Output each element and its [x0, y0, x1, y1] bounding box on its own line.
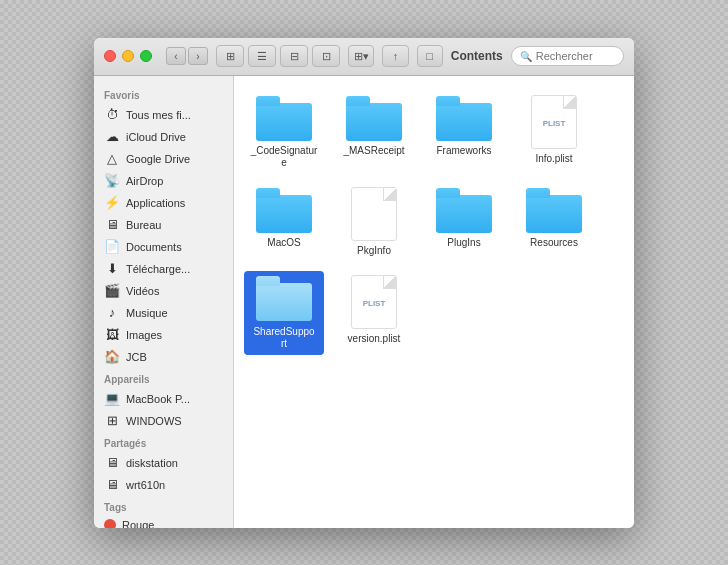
sidebar-label: AirDrop	[126, 175, 163, 187]
documents-icon: 📄	[104, 239, 120, 255]
folder-icon	[436, 95, 492, 141]
search-bar[interactable]: 🔍	[511, 46, 624, 66]
icon-view-button[interactable]: ⊞	[216, 45, 244, 67]
titlebar: ‹ › ⊞ ☰ ⊟ ⊡ ⊞▾ ↑ □ Contents 🔍	[94, 38, 634, 76]
file-label: Resources	[530, 237, 578, 249]
doc-type-label: PLIST	[543, 119, 566, 128]
file-item-pkginfo[interactable]: PkgInfo	[334, 183, 414, 261]
file-area: _CodeSignature _MASReceipt Frameworks	[234, 76, 634, 528]
file-label: Info.plist	[535, 153, 572, 165]
sidebar-label: diskstation	[126, 457, 178, 469]
download-icon: ⬇	[104, 261, 120, 277]
file-item-codesignature[interactable]: _CodeSignature	[244, 91, 324, 173]
file-grid: _CodeSignature _MASReceipt Frameworks	[244, 91, 624, 355]
airdrop-icon: 📡	[104, 173, 120, 189]
file-label: PlugIns	[447, 237, 480, 249]
file-item-frameworks[interactable]: Frameworks	[424, 91, 504, 173]
gdrive-icon: △	[104, 151, 120, 167]
file-label: SharedSupport	[248, 325, 320, 351]
share-button[interactable]: □	[417, 45, 443, 67]
sidebar-item-documents[interactable]: 📄 Documents	[94, 236, 233, 258]
sidebar-item-telechargements[interactable]: ⬇ Télécharge...	[94, 258, 233, 280]
close-button[interactable]	[104, 50, 116, 62]
forward-button[interactable]: ›	[188, 47, 208, 65]
file-label: version.plist	[348, 333, 401, 345]
file-item-sharedsupport[interactable]: SharedSupport	[244, 271, 324, 355]
sidebar-label: Télécharge...	[126, 263, 190, 275]
sidebar-item-musique[interactable]: ♪ Musique	[94, 302, 233, 324]
doc-type-label: PLIST	[363, 299, 386, 308]
sidebar-item-icloud-drive[interactable]: ☁ iCloud Drive	[94, 126, 233, 148]
search-input[interactable]	[536, 50, 615, 62]
sidebar-label: Google Drive	[126, 153, 190, 165]
view-controls: ⊞ ☰ ⊟ ⊡	[216, 45, 340, 67]
folder-icon	[256, 95, 312, 141]
sidebar-item-windows[interactable]: ⊞ WINDOWS	[94, 410, 233, 432]
file-item-macos[interactable]: MacOS	[244, 183, 324, 261]
sidebar-item-applications[interactable]: ⚡ Applications	[94, 192, 233, 214]
file-label: Frameworks	[436, 145, 491, 157]
sidebar-item-tous-mes-fichiers[interactable]: ⏱ Tous mes fi...	[94, 104, 233, 126]
nav-arrows: ‹ ›	[166, 47, 208, 65]
clock-icon: ⏱	[104, 107, 120, 123]
window-title: Contents	[451, 49, 503, 63]
column-view-button[interactable]: ⊟	[280, 45, 308, 67]
traffic-lights	[104, 50, 152, 62]
router-icon: 🖥	[104, 477, 120, 493]
sidebar-item-bureau[interactable]: 🖥 Bureau	[94, 214, 233, 236]
sidebar-label: MacBook P...	[126, 393, 190, 405]
sidebar-item-images[interactable]: 🖼 Images	[94, 324, 233, 346]
video-icon: 🎬	[104, 283, 120, 299]
folder-icon	[256, 275, 312, 321]
sidebar-section-appareils: Appareils	[94, 368, 233, 388]
action-button[interactable]: ↑	[382, 45, 408, 67]
sidebar-label: Applications	[126, 197, 185, 209]
back-button[interactable]: ‹	[166, 47, 186, 65]
sidebar-item-macbook[interactable]: 💻 MacBook P...	[94, 388, 233, 410]
file-label: MacOS	[267, 237, 300, 249]
sidebar-item-wrt610n[interactable]: 🖥 wrt610n	[94, 474, 233, 496]
sidebar-item-tag-rouge[interactable]: Rouge	[94, 516, 233, 528]
laptop-icon: 💻	[104, 391, 120, 407]
list-view-button[interactable]: ☰	[248, 45, 276, 67]
file-label: _CodeSignature	[248, 145, 320, 169]
sidebar-label: Musique	[126, 307, 168, 319]
coverflow-button[interactable]: ⊡	[312, 45, 340, 67]
doc-icon: PLIST	[531, 95, 577, 149]
windows-icon: ⊞	[104, 413, 120, 429]
sidebar-label: wrt610n	[126, 479, 165, 491]
bureau-icon: 🖥	[104, 217, 120, 233]
applications-icon: ⚡	[104, 195, 120, 211]
sidebar-item-videos[interactable]: 🎬 Vidéos	[94, 280, 233, 302]
sidebar-label: Images	[126, 329, 162, 341]
search-icon: 🔍	[520, 51, 532, 62]
file-item-version-plist[interactable]: PLIST version.plist	[334, 271, 414, 355]
doc-icon: PLIST	[351, 275, 397, 329]
file-label: PkgInfo	[357, 245, 391, 257]
sidebar-item-airdrop[interactable]: 📡 AirDrop	[94, 170, 233, 192]
maximize-button[interactable]	[140, 50, 152, 62]
sidebar-label: WINDOWS	[126, 415, 182, 427]
file-item-plugins[interactable]: PlugIns	[424, 183, 504, 261]
arrange-button[interactable]: ⊞▾	[348, 45, 374, 67]
folder-icon	[256, 187, 312, 233]
sidebar: Favoris ⏱ Tous mes fi... ☁ iCloud Drive …	[94, 76, 234, 528]
minimize-button[interactable]	[122, 50, 134, 62]
tag-dot-rouge	[104, 519, 116, 528]
sidebar-item-jcb[interactable]: 🏠 JCB	[94, 346, 233, 368]
sidebar-item-google-drive[interactable]: △ Google Drive	[94, 148, 233, 170]
music-icon: ♪	[104, 305, 120, 321]
file-item-resources[interactable]: Resources	[514, 183, 594, 261]
home-icon: 🏠	[104, 349, 120, 365]
file-label: _MASReceipt	[343, 145, 404, 157]
sidebar-section-tags: Tags	[94, 496, 233, 516]
sidebar-label: iCloud Drive	[126, 131, 186, 143]
sidebar-label: Tous mes fi...	[126, 109, 191, 121]
images-icon: 🖼	[104, 327, 120, 343]
sidebar-item-diskstation[interactable]: 🖥 diskstation	[94, 452, 233, 474]
sidebar-label: Vidéos	[126, 285, 159, 297]
cloud-icon: ☁	[104, 129, 120, 145]
folder-icon	[436, 187, 492, 233]
file-item-masreceipt[interactable]: _MASReceipt	[334, 91, 414, 173]
file-item-info-plist[interactable]: PLIST Info.plist	[514, 91, 594, 173]
